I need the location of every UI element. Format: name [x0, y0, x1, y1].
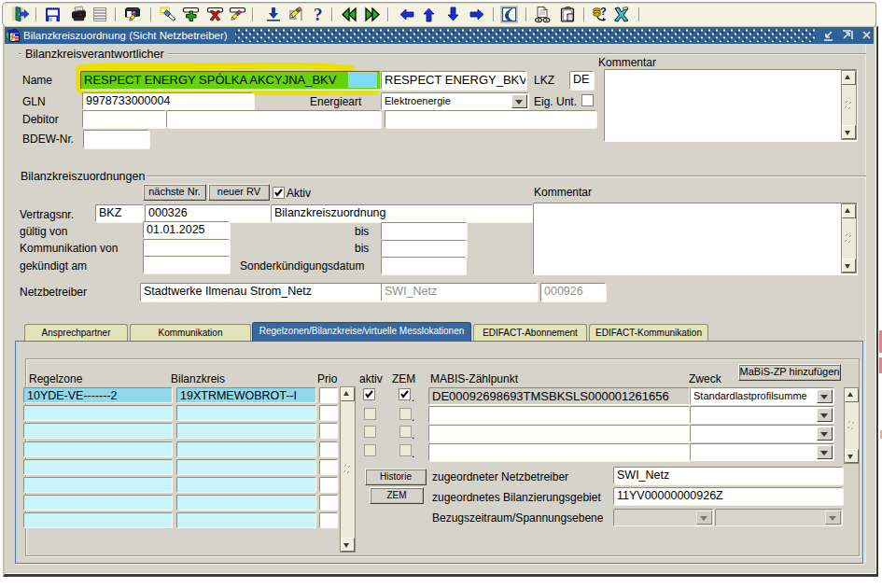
svg-text:?: ? — [600, 6, 607, 17]
svg-text:?: ? — [314, 6, 323, 23]
